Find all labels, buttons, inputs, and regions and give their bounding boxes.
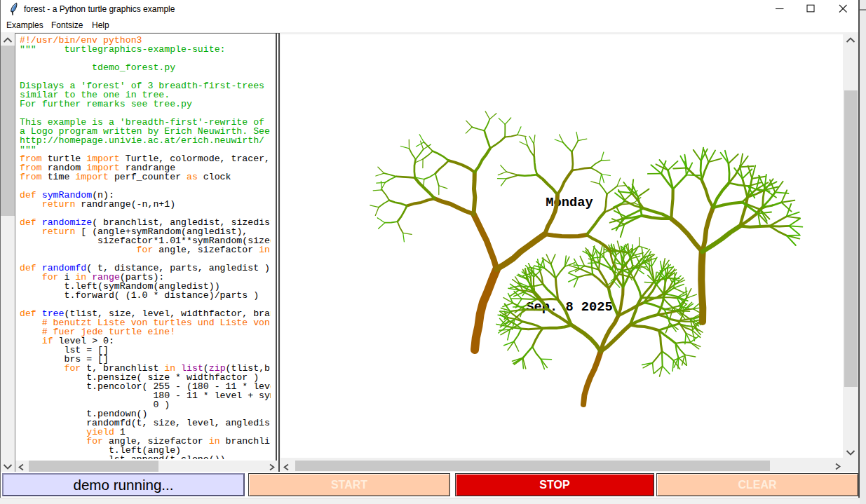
svg-text:Monday: Monday	[546, 195, 593, 210]
svg-text:Sep. 8 2025: Sep. 8 2025	[526, 299, 612, 315]
